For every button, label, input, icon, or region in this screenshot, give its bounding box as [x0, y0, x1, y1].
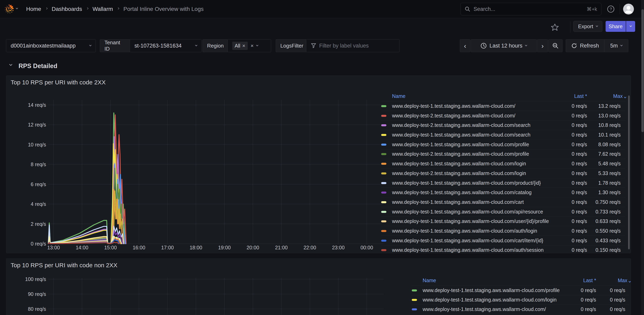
series-name: www.deploy-test-1.test.staging.aws.walla… [392, 247, 544, 253]
legend-row[interactable]: www.deploy-test-1.test.staging.aws.walla… [411, 304, 629, 314]
export-button[interactable]: Export [573, 21, 602, 32]
legend-row[interactable]: www.deploy-test-1.test.staging.aws.walla… [380, 178, 625, 188]
favorite-star-button[interactable] [550, 22, 560, 32]
page-scrollbar-thumb[interactable] [642, 9, 644, 132]
svg-text:?: ? [610, 7, 612, 11]
clock-icon [480, 43, 486, 49]
variable-app-dropdown[interactable]: d0001ainboxatestmailaapp [6, 39, 96, 52]
clear-selection-icon[interactable]: × [250, 43, 254, 48]
legend-header-name[interactable]: Name [392, 93, 406, 99]
legend-row[interactable]: www.deploy-test-1.test.staging.aws.walla… [380, 140, 625, 149]
legend-row[interactable]: www.deploy-test-1.test.staging.aws.walla… [380, 236, 625, 245]
star-icon [551, 23, 559, 31]
grafana-logo[interactable] [4, 4, 14, 14]
share-menu-caret-button[interactable] [626, 21, 635, 32]
legend-row[interactable]: www.deploy-test-1.test.staging.aws.walla… [380, 159, 625, 168]
legend-row[interactable]: www.deploy-test-1.test.staging.aws.walla… [380, 207, 625, 216]
series-color-swatch [381, 172, 386, 174]
panel-rps-non2xx: 100 req/s90 req/s80 req/s Top 10 RPS per… [6, 258, 631, 315]
variable-region-label: Region [202, 39, 228, 52]
time-zoom-out-button[interactable] [548, 39, 562, 52]
legend-row[interactable]: www.deploy-test-1.test.staging.aws.walla… [380, 245, 625, 253]
search-bar[interactable]: ⌘+k [460, 3, 601, 15]
legend-row[interactable]: www.deploy-test-1.test.staging.aws.walla… [380, 226, 625, 236]
variable-logsfilter-label: LogsFilter [276, 39, 306, 52]
panel-title[interactable]: Top 10 RPS per URI with code 2XX [11, 79, 106, 86]
refresh-interval-dropdown[interactable]: 5m [604, 39, 628, 52]
series-name: www.deploy-test-1.test.staging.aws.walla… [392, 199, 524, 205]
x-axis-tick-label: 14:00 [76, 245, 88, 250]
breadcrumb-item[interactable]: Home [26, 6, 41, 12]
legend-row[interactable]: www.deploy-test-1.test.staging.aws.walla… [380, 216, 625, 226]
time-shift-back-button[interactable]: ‹ [460, 39, 470, 52]
breadcrumb-separator-icon [117, 7, 119, 10]
legend-header-max[interactable]: Max [566, 93, 626, 99]
variable-tenant-label: Tenant ID [100, 39, 130, 52]
series-color-swatch [381, 220, 386, 222]
logsfilter-input-box[interactable] [306, 39, 400, 52]
x-axis-tick-label: 23:00 [332, 245, 345, 250]
series-color-swatch [412, 299, 417, 301]
series-max-value: 0.550 req/s [560, 228, 621, 234]
sort-chevron-icon [624, 96, 626, 98]
time-shift-forward-button[interactable]: › [537, 39, 548, 52]
x-axis-tick-label: 13:00 [47, 245, 60, 250]
x-axis-tick-label: 00:00 [360, 245, 373, 250]
legend-row[interactable]: www.deploy-test-1.test.staging.aws.walla… [380, 101, 625, 111]
user-avatar[interactable] [623, 4, 634, 15]
help-button[interactable]: ? [605, 4, 616, 14]
section-collapse-icon[interactable] [9, 63, 12, 66]
y-axis-tick-label: 12 req/s [28, 122, 46, 128]
region-chip-all[interactable]: All × [232, 42, 248, 50]
series-name: www.deploy-test-1.test.staging.aws.walla… [392, 218, 549, 224]
legend-row[interactable]: www.deploy-test-2.test.staging.aws.walla… [380, 168, 625, 178]
series-max-value: 0 req/s [565, 306, 625, 312]
refresh-button[interactable]: Refresh [566, 39, 604, 52]
y-axis-tick-label: 0 req/s [31, 241, 46, 246]
series-name: www.deploy-test-1.test.staging.aws.walla… [392, 161, 526, 167]
legend-header-name[interactable]: Name [422, 277, 436, 283]
refresh-label: Refresh [580, 43, 599, 49]
time-range-picker[interactable]: Last 12 hours [471, 39, 537, 52]
share-button[interactable]: Share [606, 21, 626, 32]
y-axis-tick-label: 6 req/s [31, 181, 46, 187]
legend-row[interactable]: www.deploy-test-1.test.staging.aws.walla… [411, 285, 629, 295]
search-input[interactable] [474, 6, 584, 12]
series-name: www.deploy-test-2.test.staging.aws.walla… [392, 151, 529, 157]
search-shortcut-hint: ⌘+k [587, 6, 597, 12]
x-axis-tick-label: 20:00 [246, 245, 259, 250]
y-axis-tick-label: 10 req/s [28, 142, 46, 147]
x-axis-tick-label: 21:00 [275, 245, 288, 250]
remove-chip-icon[interactable]: × [242, 43, 245, 48]
export-label: Export [578, 23, 593, 30]
series-color-swatch [381, 115, 386, 117]
section-title[interactable]: RPS Detailed [18, 63, 57, 70]
region-chip-label: All [235, 43, 240, 49]
legend-header-max[interactable]: Max [570, 277, 630, 283]
legend-row[interactable]: www.deploy-test-1.test.staging.aws.walla… [380, 130, 625, 140]
variable-region-dropdown[interactable]: All × × [228, 39, 271, 52]
series-max-value: 0.433 req/s [560, 238, 621, 243]
series-name: www.deploy-test-2.test.staging.aws.walla… [392, 122, 530, 128]
variable-tenant-value: st-107263-1581634 [134, 43, 182, 49]
series-max-value: 5.33 req/s [560, 170, 621, 176]
breadcrumb-item[interactable]: Dashboards [52, 6, 82, 12]
org-switcher-caret-icon[interactable] [16, 7, 18, 9]
legend-row[interactable]: www.deploy-test-2.test.staging.aws.walla… [380, 120, 625, 130]
panel-rps-2xx: 0 req/s2 req/s4 req/s6 req/s8 req/s10 re… [6, 76, 631, 253]
legend-scrollbar-thumb[interactable] [628, 96, 630, 249]
legend-row[interactable]: www.deploy-test-1.test.staging.aws.walla… [380, 187, 625, 197]
legend-row[interactable]: www.deploy-test-2.test.staging.aws.walla… [380, 149, 625, 159]
chevron-down-icon [89, 44, 91, 46]
x-axis-tick-label: 19:00 [218, 245, 231, 250]
panel-title[interactable]: Top 10 RPS per URI with code non 2XX [11, 262, 117, 269]
series-color-swatch [381, 144, 386, 146]
variable-tenant-dropdown[interactable]: st-107263-1581634 [130, 39, 202, 52]
legend-row[interactable]: www.deploy-test-1.test.staging.aws.walla… [380, 197, 625, 207]
series-color-swatch [381, 153, 386, 155]
legend-row[interactable]: www.deploy-test-1.test.staging.aws.walla… [411, 295, 629, 304]
logsfilter-input[interactable] [319, 43, 386, 49]
breadcrumb-item[interactable]: Wallarm [92, 6, 113, 12]
legend-row[interactable]: www.deploy-test-2.test.staging.aws.walla… [380, 111, 625, 120]
series-name: www.deploy-test-1.test.staging.aws.walla… [392, 142, 529, 147]
